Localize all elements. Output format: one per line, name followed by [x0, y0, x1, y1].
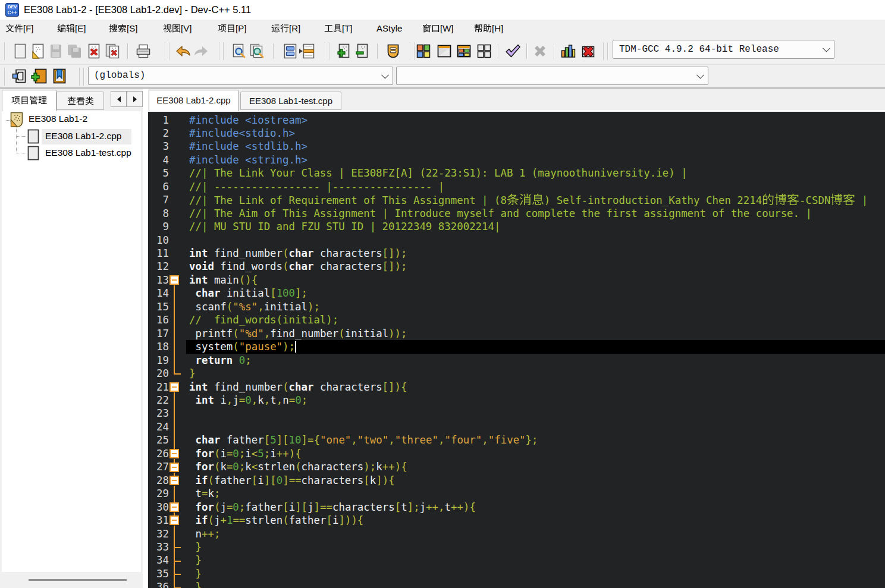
fold-margin-mark[interactable]	[169, 460, 186, 473]
remove-from-project-button[interactable]	[353, 41, 372, 61]
tree-file-label[interactable]: EE308 Lab1-2.cpp	[45, 131, 121, 142]
code-line[interactable]: 9//| MU STU ID and FZU STU ID | 20122349…	[148, 220, 885, 233]
find-in-files-button[interactable]	[247, 41, 266, 61]
compile-button[interactable]	[414, 41, 433, 61]
code-line[interactable]: 18 system("pause");	[148, 340, 885, 353]
code-line[interactable]: 8//| The Aim of This Assignment | Introd…	[148, 207, 885, 220]
tab-scroll-right-button[interactable]	[127, 91, 143, 107]
code-line[interactable]: 6//| ----------------- |----------------…	[148, 180, 885, 193]
goto-line-button[interactable]	[297, 41, 316, 61]
menu-help[interactable]: [H]	[474, 20, 503, 38]
editor-tab-inactive[interactable]: EE308 Lab1-test.cpp	[240, 92, 341, 110]
goto-bookmark-button[interactable]	[50, 66, 69, 86]
scrollbar-thumb[interactable]	[29, 579, 127, 581]
menu-view[interactable]: [V]	[163, 20, 192, 38]
fold-margin-mark[interactable]	[169, 447, 186, 460]
menu-project[interactable]: [P]	[218, 20, 246, 38]
menu-edit[interactable]: [E]	[57, 20, 86, 38]
code-line[interactable]: 10	[148, 234, 885, 247]
toggle-bookmark-button[interactable]	[30, 66, 49, 86]
code-text: }	[186, 554, 885, 567]
delete-profiling-button[interactable]	[579, 41, 598, 61]
menu-search[interactable]: [S]	[109, 20, 137, 38]
code-line[interactable]: 23	[148, 407, 885, 420]
menu-run[interactable]: [R]	[271, 20, 300, 38]
print-button[interactable]	[134, 41, 153, 61]
code-line[interactable]: 34 }	[148, 554, 885, 567]
code-line[interactable]: 16// find_words(initial);	[148, 313, 885, 326]
code-line[interactable]: 19 return 0;	[148, 354, 885, 367]
code-line[interactable]: 17 printf("%d",find_number(initial));	[148, 327, 885, 340]
code-line[interactable]: 30 for(j=0;father[i][j]==characters[t];j…	[148, 501, 885, 514]
tab-view-classes[interactable]	[57, 92, 104, 110]
code-line[interactable]: 12void find_words(char characters[]);	[148, 260, 885, 273]
code-line[interactable]: 36 }	[148, 580, 885, 588]
undo-button[interactable]	[174, 41, 193, 61]
panel-splitter[interactable]	[143, 89, 148, 588]
tab-project-manager[interactable]	[2, 90, 57, 111]
code-line[interactable]: 11int find_number(char characters[]);	[148, 247, 885, 260]
tree-root-label[interactable]: EE308 Lab1-2	[29, 114, 87, 124]
project-icon	[10, 112, 24, 128]
code-line[interactable]: 20}	[148, 367, 885, 380]
tree-file-row[interactable]	[27, 129, 39, 146]
project-options-button[interactable]	[384, 41, 403, 61]
code-line[interactable]: 26 for(i=0;i<5;i++){	[148, 447, 885, 460]
tree-file-label[interactable]: EE308 Lab1-test.cpp	[45, 147, 131, 158]
code-line[interactable]: 32 n++;	[148, 527, 885, 540]
code-line[interactable]: 7//| The Link of Requirement of This Ass…	[148, 193, 885, 206]
code-line[interactable]: 14 char initial[100];	[148, 287, 885, 300]
fold-margin-mark[interactable]	[169, 514, 186, 527]
insert-button[interactable]	[10, 66, 29, 86]
compiler-configuration-combobox[interactable]: TDM-GCC 4.9.2 64-bit Release	[613, 40, 834, 59]
class-scope-combobox[interactable]: (globals)	[88, 67, 393, 85]
code-line[interactable]: 27 for(k=0;k<strlen(characters);k++){	[148, 460, 885, 473]
menu-file[interactable]: [F]	[5, 20, 34, 38]
close-all-button[interactable]	[103, 41, 122, 61]
code-line[interactable]: 29 t=k;	[148, 487, 885, 500]
fold-margin-mark[interactable]	[169, 501, 186, 514]
code-line[interactable]: 24	[148, 420, 885, 433]
rebuild-all-button[interactable]	[475, 41, 494, 61]
syntax-check-button[interactable]	[503, 41, 522, 61]
find-button[interactable]	[230, 41, 249, 61]
profile-analysis-button[interactable]	[558, 41, 578, 61]
editor-tab-active[interactable]: EE308 Lab1-2.cpp	[149, 90, 238, 111]
fold-margin-mark[interactable]	[169, 474, 186, 487]
code-line[interactable]: 25 char father[5][10]={"one","two","thre…	[148, 433, 885, 446]
fold-margin-mark	[169, 287, 186, 300]
add-to-project-button[interactable]	[334, 41, 353, 61]
open-file-button[interactable]	[29, 41, 48, 61]
code-line[interactable]: 5//| The Link Your Class | EE308FZ[A] (2…	[148, 166, 885, 180]
fold-margin-mark[interactable]	[169, 273, 186, 287]
tab-scroll-left-button[interactable]	[111, 91, 127, 107]
code-editor[interactable]: 1#include <iostream>2#include<stdio.h>3#…	[148, 112, 885, 588]
cjk-glyph	[218, 24, 227, 33]
code-line[interactable]: 22 int i,j=0,k,t,n=0;	[148, 394, 885, 407]
code-line[interactable]: 1#include <iostream>	[148, 114, 885, 127]
code-line[interactable]: 2#include<stdio.h>	[148, 127, 885, 140]
new-file-button[interactable]	[11, 41, 30, 61]
code-line[interactable]: 28 if(father[i][0]==characters[k]){	[148, 474, 885, 487]
close-file-button[interactable]	[84, 41, 103, 61]
code-text: for(i=0;i<5;i++){	[186, 447, 885, 460]
menu-window[interactable]: [W]	[422, 20, 454, 38]
compile-and-run-button[interactable]	[454, 41, 473, 61]
menu-tools[interactable]: [T]	[324, 20, 353, 38]
code-line[interactable]: 13int main(){	[148, 273, 885, 287]
code-line[interactable]: 33 }	[148, 540, 885, 554]
code-line[interactable]: 31 if(j+1==strlen(father[i])){	[148, 514, 885, 527]
sidebar-horizontal-scrollbar[interactable]	[2, 572, 142, 588]
tree-file-row[interactable]	[27, 146, 39, 163]
run-button[interactable]	[435, 41, 454, 61]
fold-margin-mark[interactable]	[169, 381, 186, 394]
menu-astyle[interactable]: AStyle	[376, 20, 402, 38]
code-line[interactable]: 4#include <string.h>	[148, 153, 885, 166]
code-line[interactable]: 3#include <stdlib.h>	[148, 140, 885, 153]
print-icon	[135, 43, 152, 59]
code-line[interactable]: 35 }	[148, 567, 885, 580]
tree-root-row[interactable]	[10, 112, 24, 130]
code-line[interactable]: 15 scanf("%s",initial);	[148, 300, 885, 313]
code-line[interactable]: 21int find_number(char characters[]){	[148, 381, 885, 394]
class-member-combobox[interactable]	[396, 67, 708, 85]
